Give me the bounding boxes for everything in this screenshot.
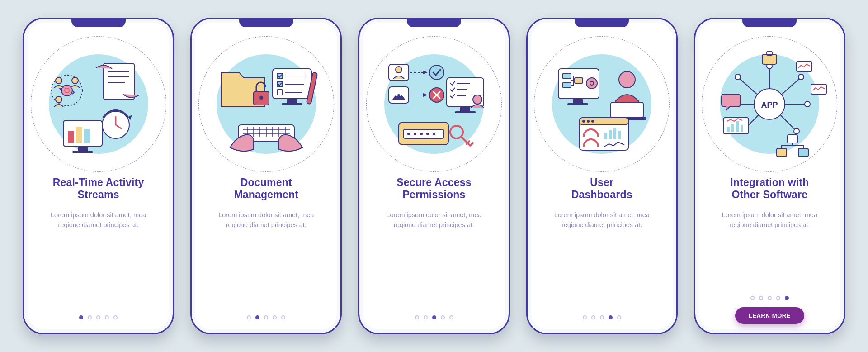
screen-title: Secure Access Permissions — [392, 176, 476, 202]
pagination-dots — [583, 315, 621, 319]
phone-notch — [239, 19, 293, 27]
screen-title: Integration with Other Software — [726, 176, 813, 202]
learn-more-button[interactable]: LEARN MORE — [735, 307, 804, 324]
pagination-dot-1[interactable] — [750, 296, 755, 300]
user-dashboards-illustration — [538, 41, 665, 167]
pagination-dot-2[interactable] — [591, 315, 595, 319]
pagination-dot-5[interactable] — [281, 315, 285, 319]
halo-ring — [31, 36, 166, 172]
pagination-dot-4[interactable] — [105, 315, 109, 319]
pagination-dots — [79, 315, 118, 319]
screen-description: Lorem ipsum dolor sit amet, mea regione … — [200, 210, 332, 230]
pagination-dot-1[interactable] — [415, 315, 419, 319]
pagination-dot-3[interactable] — [768, 296, 772, 300]
phone-notch — [575, 19, 629, 27]
onboarding-screen-secure-access[interactable]: Secure Access Permissions Lorem ipsum do… — [358, 18, 509, 334]
phone-notch — [742, 19, 797, 27]
phone-notch — [407, 19, 461, 27]
screen-title: Real-Time Activity Streams — [48, 176, 149, 202]
pagination-dot-3[interactable] — [432, 315, 436, 319]
pagination-dot-2[interactable] — [88, 315, 92, 319]
halo-ring — [702, 36, 837, 172]
pagination-dot-5[interactable] — [113, 315, 118, 319]
pagination-dot-3[interactable] — [264, 315, 268, 319]
integration-illustration: APP — [706, 41, 833, 167]
pagination-dot-1[interactable] — [247, 315, 251, 319]
pagination-dot-5[interactable] — [617, 315, 621, 319]
onboarding-screen-integration[interactable]: APP — [694, 18, 845, 334]
pagination-dot-2[interactable] — [759, 296, 763, 300]
halo-ring — [534, 36, 670, 172]
phone-notch — [71, 19, 126, 27]
pagination-dot-5[interactable] — [785, 296, 789, 300]
pagination-dots — [750, 296, 789, 300]
activity-streams-illustration — [35, 41, 162, 167]
pagination-dot-5[interactable] — [449, 315, 453, 319]
onboarding-screen-activity-streams[interactable]: Real-Time Activity Streams Lorem ipsum d… — [23, 18, 174, 334]
screen-description: Lorem ipsum dolor sit amet, mea regione … — [703, 210, 836, 230]
screen-description: Lorem ipsum dolor sit amet, mea regione … — [32, 210, 165, 230]
screen-title: User Dashboards — [567, 176, 637, 202]
screen-description: Lorem ipsum dolor sit amet, mea regione … — [368, 210, 500, 230]
pagination-dot-4[interactable] — [609, 315, 613, 319]
screen-description: Lorem ipsum dolor sit amet, mea regione … — [536, 210, 668, 230]
pagination-dot-1[interactable] — [583, 315, 587, 319]
pagination-dots — [415, 315, 453, 319]
pagination-dots — [247, 315, 285, 319]
pagination-dot-1[interactable] — [79, 315, 83, 319]
pagination-dot-4[interactable] — [441, 315, 445, 319]
pagination-dot-4[interactable] — [273, 315, 277, 319]
onboarding-screen-user-dashboards[interactable]: User Dashboards Lorem ipsum dolor sit am… — [526, 18, 678, 334]
halo-ring — [366, 36, 502, 172]
document-management-illustration — [203, 41, 330, 167]
pagination-dot-3[interactable] — [96, 315, 100, 319]
onboarding-screen-document-management[interactable]: Document Management Lorem ipsum dolor si… — [190, 18, 342, 334]
halo-ring — [198, 36, 334, 172]
pagination-dot-4[interactable] — [776, 296, 780, 300]
secure-access-illustration — [371, 41, 497, 167]
pagination-dot-2[interactable] — [424, 315, 428, 319]
screen-title: Document Management — [230, 176, 303, 202]
pagination-dot-3[interactable] — [600, 315, 604, 319]
onboarding-stage: Real-Time Activity Streams Lorem ipsum d… — [0, 0, 868, 352]
pagination-dot-2[interactable] — [255, 315, 259, 319]
